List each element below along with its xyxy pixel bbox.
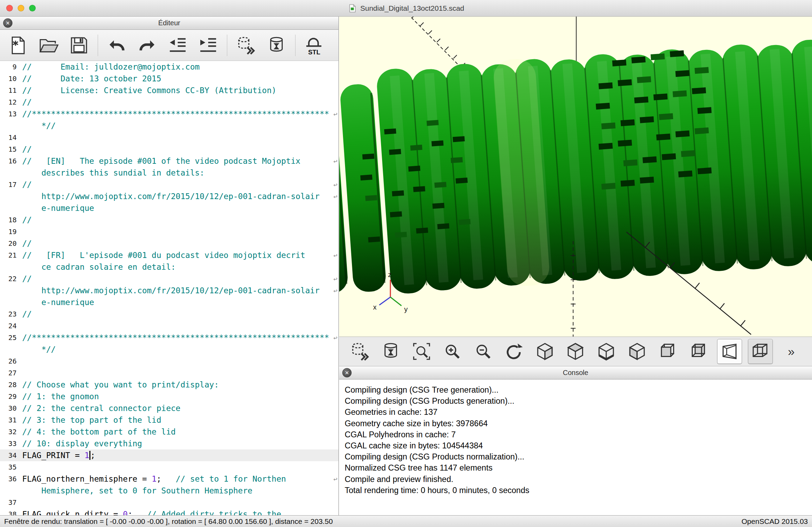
view-front-icon xyxy=(658,341,678,361)
new-file-button[interactable] xyxy=(3,32,33,59)
console-header: ✕ Console xyxy=(339,366,812,379)
code-line: describes this sundial in details: xyxy=(0,167,338,179)
view-back-button[interactable] xyxy=(686,339,711,364)
orthographic-button[interactable] xyxy=(748,339,773,364)
code-text: // [FR] L'episode #001 du podcast video … xyxy=(22,249,338,261)
code-line: 11// License: Creative Commons CC-BY (At… xyxy=(0,84,338,96)
unindent-icon xyxy=(168,35,188,55)
status-bar: Fenêtre de rendu: translation = [ -0.00 … xyxy=(0,515,812,527)
zoom-out-icon xyxy=(473,341,493,361)
more-button[interactable]: » xyxy=(779,339,804,364)
line-number: 28 xyxy=(0,379,22,391)
view-top-button[interactable] xyxy=(563,339,588,364)
open-button[interactable] xyxy=(33,32,64,59)
code-text: // 1: the gnomon xyxy=(22,391,338,402)
line-number xyxy=(0,167,22,179)
perspective-button[interactable] xyxy=(717,339,742,364)
code-line: 26 xyxy=(0,355,338,367)
render-button[interactable] xyxy=(378,339,403,364)
view-front-button[interactable] xyxy=(655,339,680,364)
line-number xyxy=(0,485,22,497)
code-line: 16// [EN] The episode #001 of the video … xyxy=(0,155,338,167)
redo-button[interactable] xyxy=(132,32,162,59)
zoom-out-button[interactable] xyxy=(471,339,496,364)
view-bottom-button[interactable] xyxy=(594,339,619,364)
code-text: //**************************************… xyxy=(22,332,338,343)
view-left-button[interactable] xyxy=(625,339,650,364)
line-number xyxy=(0,120,22,132)
code-text: describes this sundial in details: xyxy=(22,167,338,179)
line-number: 26 xyxy=(0,355,22,367)
line-number: 18 xyxy=(0,214,22,226)
code-line: 30// 2: the central connector piece xyxy=(0,402,338,414)
indent-icon xyxy=(198,35,218,55)
code-text: http://www.mojoptix.com/fr/2015/10/12/ep… xyxy=(22,285,338,296)
save-button[interactable] xyxy=(64,32,94,59)
viewport-3d[interactable]: z x y xyxy=(339,17,812,337)
render-button[interactable] xyxy=(261,32,292,59)
line-number: 38 xyxy=(0,508,22,515)
line-number: 32 xyxy=(0,426,22,438)
editor-toolbar: STL xyxy=(0,30,338,61)
code-text: // 2: the central connector piece xyxy=(22,402,338,414)
code-editor[interactable]: 9// Email: julldozer@mojoptix.com10// Da… xyxy=(0,61,338,515)
code-line: 14 xyxy=(0,132,338,143)
code-text xyxy=(22,367,338,379)
code-line: 15// xyxy=(0,143,338,155)
window-titlebar[interactable]: Sundial_Digital_13oct2015.scad xyxy=(0,0,812,17)
line-number: 22 xyxy=(0,273,22,285)
console-line: Compiling design (CSG Tree generation)..… xyxy=(345,384,812,395)
code-line: 23// xyxy=(0,308,338,320)
code-text: // xyxy=(22,179,338,190)
render-icon xyxy=(381,341,401,361)
zoom-in-button[interactable] xyxy=(440,339,465,364)
reset-view-button[interactable] xyxy=(502,339,527,364)
code-text: // xyxy=(22,308,338,320)
line-number: 19 xyxy=(0,226,22,238)
preview-button[interactable] xyxy=(347,339,372,364)
code-line: 22//↩ xyxy=(0,273,338,285)
console-line: Compiling design (CSG Products generatio… xyxy=(345,395,812,407)
code-text xyxy=(22,355,338,367)
code-text: // xyxy=(22,238,338,249)
open-icon xyxy=(38,35,59,55)
line-number: 35 xyxy=(0,461,22,473)
line-wrap-marker: ↩ xyxy=(334,108,337,120)
preview-button[interactable] xyxy=(231,32,261,59)
code-text xyxy=(22,320,338,332)
line-number xyxy=(0,296,22,308)
code-text: // xyxy=(22,214,338,226)
svg-text:STL: STL xyxy=(308,48,320,55)
console-close-button[interactable]: ✕ xyxy=(342,368,352,377)
code-text: http://www.mojoptix.com/fr/2015/10/12/ep… xyxy=(22,190,338,202)
editor-close-button[interactable]: ✕ xyxy=(3,18,12,28)
code-line: http://www.mojoptix.com/fr/2015/10/12/ep… xyxy=(0,285,338,296)
reset-view-icon xyxy=(504,341,524,361)
line-wrap-marker: ↩ xyxy=(334,273,337,285)
export-stl-button[interactable]: STL xyxy=(299,32,329,59)
line-number: 33 xyxy=(0,438,22,449)
line-number: 25 xyxy=(0,332,22,343)
status-app-version: OpenSCAD 2015.03 xyxy=(742,517,808,526)
line-number: 10 xyxy=(0,73,22,84)
line-number: 27 xyxy=(0,367,22,379)
view-back-icon xyxy=(689,341,709,361)
undo-button[interactable] xyxy=(102,32,132,59)
status-render-info: Fenêtre de rendu: translation = [ -0.00 … xyxy=(4,517,333,526)
code-text: // xyxy=(22,96,338,108)
code-line: 21// [FR] L'episode #001 du podcast vide… xyxy=(0,249,338,261)
line-wrap-marker: ↩ xyxy=(334,155,337,167)
indent-button[interactable] xyxy=(193,32,223,59)
code-text: // xyxy=(22,143,338,155)
code-line: 9// Email: julldozer@mojoptix.com xyxy=(0,61,338,73)
code-line: 12// xyxy=(0,96,338,108)
code-line: 36FLAG_northern_hemisphere = 1; // set t… xyxy=(0,473,338,485)
line-number xyxy=(0,261,22,273)
unindent-button[interactable] xyxy=(162,32,193,59)
view-right-button[interactable] xyxy=(532,339,557,364)
view-right-icon xyxy=(535,341,555,361)
zoom-all-button[interactable] xyxy=(409,339,434,364)
toolbar-separator xyxy=(98,35,98,56)
code-line: 38FLAG_quick_n_dirty = 0; // Added dirty… xyxy=(0,508,338,515)
code-text: // License: Creative Commons CC-BY (Attr… xyxy=(22,84,338,96)
